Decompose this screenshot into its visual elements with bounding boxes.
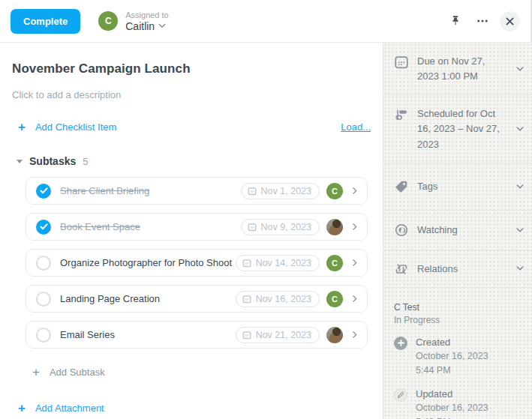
assignee-group: C Assigned to Caitlin bbox=[98, 10, 168, 32]
project-name: C Test bbox=[394, 302, 521, 313]
due-date-section[interactable]: Due on Nov 27, 2023 1:00 PM bbox=[383, 43, 532, 95]
collapse-triangle-icon bbox=[17, 160, 23, 163]
chevron-down-icon bbox=[516, 126, 524, 131]
subtask-row[interactable]: Share Client Briefing Nov 1, 2023 C bbox=[26, 177, 368, 205]
updated-entry: Updated October 16, 20235:49 PM bbox=[394, 388, 521, 419]
task-title[interactable]: November Campaign Launch bbox=[12, 61, 371, 76]
check-icon bbox=[40, 187, 48, 194]
due-date-text: Nov 21, 2023 bbox=[256, 330, 311, 340]
add-subtask-button[interactable]: + Add Subtask bbox=[32, 366, 105, 379]
chevron-down-icon bbox=[516, 266, 524, 271]
tags-label: Tags bbox=[417, 179, 437, 194]
checklist-toolbar: + Add Checklist Item Load... bbox=[12, 121, 371, 133]
open-subtask-button[interactable] bbox=[350, 186, 359, 196]
open-subtask-button[interactable] bbox=[350, 330, 359, 340]
schedule-icon bbox=[394, 107, 409, 122]
due-date-pill[interactable]: Nov 14, 2023 bbox=[236, 255, 320, 271]
relations-icon bbox=[394, 262, 409, 277]
relations-label: Relations bbox=[417, 262, 458, 277]
open-subtask-button[interactable] bbox=[350, 294, 359, 304]
check-icon bbox=[40, 223, 48, 230]
topbar: Complete C Assigned to Caitlin bbox=[0, 0, 532, 43]
subtask-checkbox[interactable] bbox=[36, 256, 51, 271]
watching-label: Watching bbox=[417, 223, 458, 238]
watching-section[interactable]: Watching bbox=[383, 211, 532, 250]
subtask-name: Organize Photographer for Photo Shoot bbox=[60, 257, 232, 268]
subtask-name: Book Event Space bbox=[60, 221, 140, 232]
subtask-row[interactable]: Landing Page Creation Nov 16, 2023 C bbox=[26, 285, 368, 313]
subtask-avatar[interactable]: C bbox=[326, 291, 343, 307]
tags-section[interactable]: Tags bbox=[383, 163, 532, 211]
subtask-checkbox[interactable] bbox=[36, 292, 51, 307]
due-date-pill[interactable]: Nov 1, 2023 bbox=[241, 183, 320, 199]
subtasks-header[interactable]: Subtasks 5 bbox=[12, 155, 371, 167]
add-attachment-button[interactable]: + Add Attachment bbox=[18, 402, 104, 415]
plus-icon: + bbox=[32, 366, 40, 379]
ellipsis-icon bbox=[476, 14, 489, 28]
due-date-pill[interactable]: Nov 16, 2023 bbox=[236, 291, 320, 307]
due-date-text: Nov 9, 2023 bbox=[261, 222, 311, 232]
schedule-section[interactable]: Scheduled for Oct 16, 2023 – Nov 27, 202… bbox=[383, 95, 532, 163]
due-date-pill[interactable]: Nov 9, 2023 bbox=[241, 219, 320, 235]
assignee-selector[interactable]: Caitlin bbox=[125, 20, 168, 32]
subtask-avatar-photo[interactable] bbox=[326, 327, 343, 343]
due-date-label: Due on Nov 27, 2023 1:00 PM bbox=[417, 54, 506, 84]
subtask-name: Email Series bbox=[60, 329, 115, 340]
assigned-to-label: Assigned to bbox=[125, 10, 168, 19]
subtask-row[interactable]: Book Event Space Nov 9, 2023 bbox=[26, 213, 368, 241]
due-date-pill[interactable]: Nov 21, 2023 bbox=[236, 327, 320, 343]
chevron-down-icon bbox=[516, 184, 524, 189]
subtask-name: Landing Page Creation bbox=[60, 293, 160, 304]
subtasks-title: Subtasks bbox=[29, 155, 76, 167]
chevron-right-icon bbox=[350, 258, 359, 268]
due-date-text: Nov 1, 2023 bbox=[261, 186, 311, 196]
subtask-checkbox[interactable] bbox=[36, 220, 51, 235]
task-detail-panel: November Campaign Launch Click to add a … bbox=[0, 43, 383, 419]
close-icon bbox=[506, 17, 514, 25]
subtask-row[interactable]: Organize Photographer for Photo Shoot No… bbox=[26, 249, 368, 277]
pin-button[interactable] bbox=[446, 11, 465, 31]
plus-icon: + bbox=[18, 121, 26, 133]
calendar-icon bbox=[242, 331, 251, 340]
subtask-avatar-photo[interactable] bbox=[326, 219, 343, 235]
task-info-block: C Test In Progress Created October 16, 2… bbox=[383, 288, 532, 419]
plus-circle-icon bbox=[394, 337, 407, 350]
subtask-checkbox[interactable] bbox=[36, 328, 51, 343]
created-time: 5:44 PM bbox=[416, 365, 451, 376]
due-date-text: Nov 16, 2023 bbox=[256, 294, 311, 304]
open-subtask-button[interactable] bbox=[350, 222, 359, 232]
complete-button[interactable]: Complete bbox=[11, 9, 80, 34]
calendar-icon bbox=[248, 187, 257, 196]
schedule-label: Scheduled for Oct 16, 2023 – Nov 27, 202… bbox=[417, 106, 506, 151]
assignee-text: Assigned to Caitlin bbox=[125, 10, 168, 32]
assignee-avatar[interactable]: C bbox=[98, 11, 118, 31]
chevron-down-icon bbox=[516, 227, 524, 232]
assignee-name: Caitlin bbox=[125, 20, 155, 32]
description-placeholder[interactable]: Click to add a description bbox=[12, 89, 371, 100]
subtask-row[interactable]: Email Series Nov 21, 2023 bbox=[26, 321, 368, 349]
open-subtask-button[interactable] bbox=[350, 258, 359, 268]
updated-label: Updated bbox=[416, 388, 488, 400]
close-button[interactable] bbox=[500, 11, 520, 31]
subtask-avatar[interactable]: C bbox=[326, 255, 343, 271]
status-label: In Progress bbox=[394, 315, 521, 325]
subtask-avatar[interactable]: C bbox=[326, 183, 343, 199]
plus-icon: + bbox=[18, 402, 26, 415]
add-checklist-item-button[interactable]: + Add Checklist Item bbox=[18, 121, 116, 133]
calendar-icon bbox=[394, 55, 409, 70]
subtasks-count: 5 bbox=[83, 156, 88, 167]
chevron-down-icon bbox=[158, 23, 166, 28]
due-date-text: Nov 14, 2023 bbox=[256, 258, 311, 268]
subtask-name: Share Client Briefing bbox=[60, 185, 149, 196]
pencil-icon bbox=[394, 388, 407, 402]
subtask-checkbox[interactable] bbox=[36, 184, 51, 199]
add-subtask-label: Add Subtask bbox=[50, 367, 105, 378]
tag-icon bbox=[394, 179, 409, 194]
pin-icon bbox=[449, 14, 462, 28]
topbar-actions bbox=[446, 11, 520, 31]
more-options-button[interactable] bbox=[473, 11, 492, 31]
calendar-icon bbox=[242, 259, 251, 268]
load-link[interactable]: Load... bbox=[341, 121, 371, 133]
relations-section[interactable]: Relations bbox=[383, 250, 532, 288]
calendar-icon bbox=[248, 223, 257, 232]
